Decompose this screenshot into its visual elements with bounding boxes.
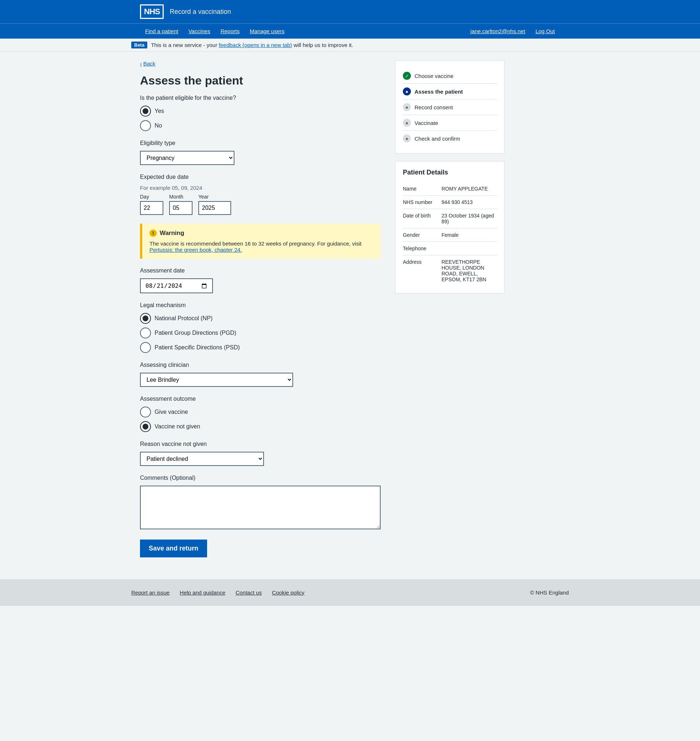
reason-not-given-group: Reason vaccine not given Patient decline… [140,441,381,466]
footer-copyright: © NHS England [530,590,569,596]
eligibility-yes-radio[interactable] [140,106,151,117]
legal-mechanism-pgd-option[interactable]: Patient Group Directions (PGD) [140,327,381,339]
footer: Report an issue Help and guidance Contac… [0,579,700,606]
outcome-vaccine-not-given-label: Vaccine not given [154,423,200,430]
chevron-left-icon: ‹ [140,60,142,67]
comments-textarea[interactable] [140,486,381,529]
contact-us-link[interactable]: Contact us [235,590,262,596]
progress-step-choose-vaccine: ✓ Choose vaccine [403,68,497,84]
eligibility-yes-label: Yes [154,108,164,114]
expected-due-date-group: Expected due date For example 05, 09, 20… [140,174,381,215]
patient-detail-dob: Date of birth 23 October 1934 (aged 89) [403,209,497,229]
legal-mechanism-np-label: National Protocol (NP) [154,315,213,322]
legal-mechanism-np-option[interactable]: National Protocol (NP) [140,313,381,324]
sidebar: ✓ Choose vaccine ● Assess the patient ● … [395,60,504,558]
progress-step-record-consent: ● Record consent [403,100,497,115]
done-icon: ✓ [403,72,411,80]
warning-icon: ! [150,229,157,237]
patient-dob-value: 23 October 1934 (aged 89) [441,213,497,225]
progress-panel: ✓ Choose vaccine ● Assess the patient ● … [395,60,504,154]
legal-mechanism-np-radio[interactable] [140,313,151,324]
warning-title: ! Warning [150,229,374,237]
patient-name-value: ROMY APPLEGATE [441,186,488,192]
assessment-outcome-label: Assessment outcome [140,396,381,402]
user-email-link[interactable]: jane.carlton2@nhs.net [465,23,530,39]
patient-details-panel: Patient Details Name ROMY APPLEGATE NHS … [395,161,504,293]
assessment-outcome-group: Assessment outcome Give vaccine Vaccine … [140,396,381,432]
back-link[interactable]: ‹ Back [140,60,155,67]
day-label: Day [140,194,163,200]
progress-step-assess-patient-label: Assess the patient [415,88,463,95]
active-icon: ● [403,87,411,95]
outcome-give-vaccine-radio[interactable] [140,406,151,418]
find-a-patient-link[interactable]: Find a patient [140,23,183,39]
expected-due-date-label: Expected due date [140,174,381,180]
report-issue-link[interactable]: Report an issue [131,590,169,596]
eligibility-radio-group: Yes No [140,106,381,131]
main-wrapper: ‹ Back Assess the patient Is the patient… [131,52,569,579]
pending-icon-check: ● [403,134,411,142]
vaccines-link[interactable]: Vaccines [183,23,215,39]
eligibility-no-option[interactable]: No [140,120,381,131]
reason-not-given-select[interactable]: Patient declined Contraindicated Already… [140,452,264,466]
day-field: Day [140,194,163,215]
main-content: ‹ Back Assess the patient Is the patient… [140,60,381,558]
pending-icon-vaccinate: ● [403,119,411,127]
reason-not-given-label: Reason vaccine not given [140,441,381,448]
warning-box: ! Warning The vaccine is recommended bet… [140,224,381,259]
eligibility-no-label: No [154,122,162,129]
eligibility-no-radio[interactable] [140,120,151,131]
outcome-vaccine-not-given-option[interactable]: Vaccine not given [140,421,381,432]
nhs-logo-text: NHS [144,7,160,16]
assessment-date-label: Assessment date [140,267,381,274]
logout-link[interactable]: Log Out [531,23,560,39]
comments-group: Comments (Optional) [140,475,381,531]
eligibility-group: Is the patient eligible for the vaccine?… [140,95,381,131]
patient-gender-label: Gender [403,232,436,238]
month-input[interactable] [169,201,193,215]
beta-badge: Beta [131,41,147,48]
progress-step-vaccinate-label: Vaccinate [415,120,438,126]
pertussis-link[interactable]: Pertussis: the green book, chapter 24. [150,247,242,253]
beta-banner: Beta This is a new service - your feedba… [0,39,700,52]
cookie-policy-link[interactable]: Cookie policy [272,590,304,596]
month-field: Month [169,194,193,215]
assessing-clinician-select[interactable]: Lee Brindley Other [140,373,293,387]
day-input[interactable] [140,201,163,215]
patient-nhs-label: NHS number [403,199,436,205]
reports-link[interactable]: Reports [215,23,245,39]
patient-details-title: Patient Details [403,169,497,176]
progress-step-check-confirm: ● Check and confirm [403,131,497,146]
progress-step-vaccinate: ● Vaccinate [403,115,497,131]
beta-banner-text: This is a new service - your feedback (o… [151,42,353,48]
patient-name-label: Name [403,186,436,192]
outcome-vaccine-not-given-radio[interactable] [140,421,151,432]
assessing-clinician-group: Assessing clinician Lee Brindley Other [140,362,381,387]
patient-detail-name: Name ROMY APPLEGATE [403,182,497,196]
progress-step-choose-vaccine-label: Choose vaccine [415,73,453,79]
year-input[interactable] [199,201,231,215]
manage-users-link[interactable]: Manage users [245,23,290,39]
patient-address-label: Address [403,259,436,282]
legal-mechanism-pgd-label: Patient Group Directions (PGD) [154,330,236,336]
footer-links: Report an issue Help and guidance Contac… [131,590,304,596]
legal-mechanism-radio-group: National Protocol (NP) Patient Group Dir… [140,313,381,353]
help-guidance-link[interactable]: Help and guidance [180,590,225,596]
patient-address-value: REEVETHORPE HOUSE, LONDON ROAD, EWELL, E… [441,259,497,282]
header-title: Record a vaccination [169,8,231,16]
nhs-logo: NHS [140,4,164,19]
legal-mechanism-pgd-radio[interactable] [140,327,151,339]
outcome-give-vaccine-option[interactable]: Give vaccine [140,406,381,418]
comments-label: Comments (Optional) [140,475,381,481]
legal-mechanism-psd-radio[interactable] [140,342,151,353]
assessment-date-input[interactable] [140,278,213,293]
eligibility-yes-option[interactable]: Yes [140,106,381,117]
assessment-date-group: Assessment date [140,267,381,293]
eligibility-type-select[interactable]: Pregnancy Age Clinical risk Health and s… [140,151,234,165]
assessment-outcome-radio-group: Give vaccine Vaccine not given [140,406,381,432]
legal-mechanism-psd-option[interactable]: Patient Specific Directions (PSD) [140,342,381,353]
eligibility-label: Is the patient eligible for the vaccine? [140,95,381,101]
save-and-return-button[interactable]: Save and return [140,540,207,558]
legal-mechanism-label: Legal mechanism [140,302,381,308]
feedback-link[interactable]: feedback (opens in a new tab) [219,42,292,48]
